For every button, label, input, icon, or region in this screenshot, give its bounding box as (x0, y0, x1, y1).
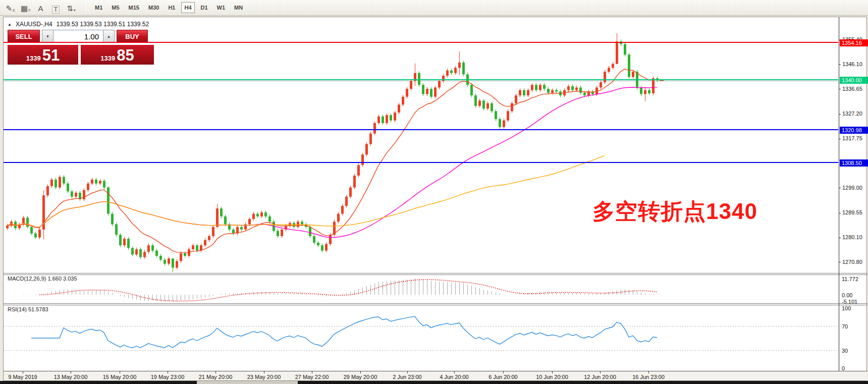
bottom-window-edge (0, 381, 868, 384)
trading-terminal: ✎E▦FAT⇅▾ M1M5M15M30H1H4D1W1MN ▲ XAUUSD-,… (0, 0, 868, 384)
chart-annotation-text: 多空转折点1340 (592, 197, 757, 227)
chart-plot-canvas[interactable] (0, 0, 868, 384)
bottom-edge-highlight (197, 381, 298, 384)
